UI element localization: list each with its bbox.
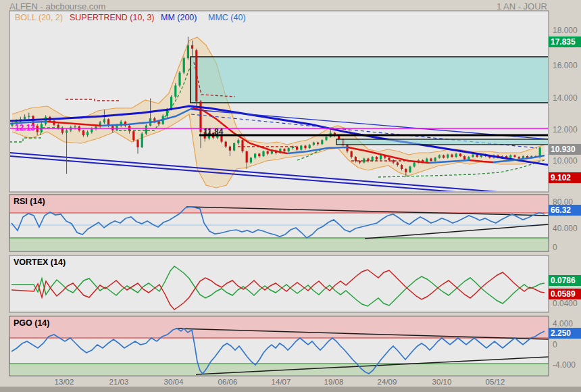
candle bbox=[397, 163, 399, 166]
candle bbox=[246, 151, 248, 163]
highlight-zone bbox=[191, 57, 549, 103]
axis-label: 0.0400 bbox=[553, 299, 578, 308]
candle bbox=[262, 151, 264, 156]
date-label: 30/04 bbox=[164, 378, 184, 386]
candle bbox=[254, 153, 256, 157]
support-level-label: 12.13 bbox=[15, 123, 35, 132]
candle bbox=[250, 157, 252, 162]
legend-item: SUPERTREND (10, 3) bbox=[70, 13, 155, 22]
candle bbox=[283, 149, 285, 151]
bottom-bar bbox=[0, 387, 581, 392]
date-label: 21/03 bbox=[109, 378, 129, 386]
candle bbox=[405, 169, 407, 172]
candle bbox=[317, 143, 319, 144]
candle bbox=[388, 157, 390, 160]
rsi-panel-label: RSI (14) bbox=[14, 197, 45, 206]
candle bbox=[472, 155, 474, 157]
date-label: 14/07 bbox=[272, 378, 291, 386]
candle bbox=[174, 86, 176, 97]
candle bbox=[304, 146, 306, 149]
candle bbox=[258, 153, 260, 156]
candle bbox=[86, 132, 89, 135]
legend-item: MM (200) bbox=[161, 13, 197, 22]
candle bbox=[24, 117, 26, 120]
candle bbox=[518, 157, 520, 158]
candle bbox=[225, 142, 227, 147]
candle bbox=[237, 140, 239, 143]
candle bbox=[45, 117, 47, 124]
candle bbox=[309, 145, 311, 148]
date-label: 30/10 bbox=[432, 378, 452, 386]
value-badge: 10.930 bbox=[549, 144, 581, 155]
candle bbox=[241, 140, 243, 151]
candle bbox=[376, 157, 378, 160]
axis-label: 18.000 bbox=[553, 26, 578, 35]
candle bbox=[451, 155, 453, 157]
candle bbox=[476, 155, 478, 157]
candle bbox=[468, 157, 470, 160]
axis-label: 40.000 bbox=[553, 224, 578, 233]
date-label: 13/02 bbox=[55, 378, 74, 386]
candle bbox=[513, 155, 515, 157]
date-label: 06/06 bbox=[218, 378, 238, 386]
candle bbox=[132, 131, 134, 140]
candle bbox=[351, 151, 353, 157]
value-badge: 9.102 bbox=[549, 172, 581, 183]
chart-application: ALFEN - abcbourse.com 1 AN - JOUR BOLL (… bbox=[0, 0, 581, 392]
candle bbox=[430, 159, 432, 162]
candle bbox=[413, 163, 415, 167]
resistance-level-label: 11.84 bbox=[203, 127, 223, 137]
candle bbox=[82, 130, 84, 135]
legend-item: MMC (40) bbox=[208, 13, 246, 22]
candle bbox=[229, 147, 231, 151]
candle bbox=[288, 148, 290, 151]
date-label: 05/12 bbox=[486, 378, 505, 386]
candle bbox=[141, 134, 143, 147]
candle bbox=[509, 155, 511, 158]
candle bbox=[187, 45, 189, 58]
candle bbox=[455, 153, 457, 157]
candle bbox=[195, 50, 197, 101]
candle bbox=[199, 101, 201, 132]
candle bbox=[321, 140, 323, 144]
candle bbox=[443, 155, 445, 158]
candle bbox=[409, 166, 411, 172]
candle bbox=[300, 146, 302, 150]
candle bbox=[153, 118, 155, 121]
value-badge: 2.250 bbox=[549, 328, 581, 339]
candle bbox=[91, 129, 93, 132]
candle bbox=[183, 58, 185, 72]
candle bbox=[434, 157, 436, 161]
axis-label: 14.000 bbox=[553, 93, 578, 103]
candle bbox=[233, 143, 235, 151]
pgo-panel-label: PGO (14) bbox=[14, 318, 50, 328]
candle bbox=[267, 151, 269, 154]
candle bbox=[372, 157, 374, 161]
value-badge: 0.0589 bbox=[549, 289, 581, 299]
vortex-panel bbox=[9, 255, 549, 312]
axis-label: -4.000 bbox=[553, 360, 576, 370]
vortex-panel-label: VORTEX (14) bbox=[14, 258, 66, 267]
chart-canvas[interactable] bbox=[0, 0, 581, 387]
candle bbox=[74, 126, 76, 127]
axis-label: 16.000 bbox=[553, 61, 578, 70]
candle bbox=[325, 137, 327, 141]
axis-label: 12.000 bbox=[553, 125, 578, 134]
axis-label: 10.000 bbox=[553, 156, 578, 166]
candle bbox=[380, 155, 382, 160]
candle bbox=[313, 143, 315, 145]
candle bbox=[463, 156, 465, 160]
value-badge: 0.0786 bbox=[549, 275, 581, 286]
candle bbox=[136, 140, 138, 147]
legend-item: BOLL (20, 2) bbox=[15, 13, 63, 22]
candle bbox=[438, 155, 440, 158]
candle bbox=[296, 147, 298, 150]
candle bbox=[103, 119, 105, 122]
candle bbox=[359, 161, 361, 162]
rsi-overbought-band bbox=[9, 195, 549, 213]
pgo-upper-band bbox=[9, 316, 549, 338]
candle bbox=[28, 116, 30, 117]
rsi-oversold-band bbox=[9, 238, 549, 251]
candle bbox=[459, 153, 461, 156]
pgo-lower-band bbox=[9, 364, 549, 376]
